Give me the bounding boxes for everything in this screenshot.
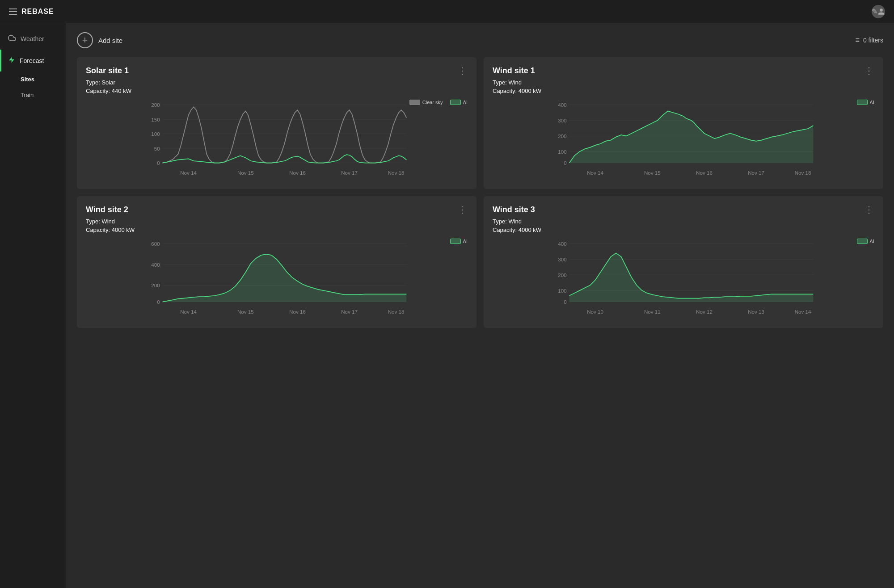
legend-swatch-ai-wind-2: [450, 239, 461, 244]
legend-swatch-ai: [450, 100, 461, 105]
svg-text:100: 100: [558, 149, 566, 155]
legend-swatch-clearsky: [409, 100, 420, 105]
sidebar-item-label-sites: Sites: [21, 76, 34, 83]
svg-text:400: 400: [558, 102, 566, 108]
chart-legend-wind-3: AI: [857, 239, 874, 244]
card-header-wind-2: Wind site 2 ⋮: [86, 205, 468, 214]
svg-text:Nov 14: Nov 14: [180, 170, 197, 176]
card-type-wind-2: Type: Wind: [86, 218, 468, 225]
card-menu-button-wind-1[interactable]: ⋮: [864, 66, 874, 75]
chart-wind-2: AI 600 400 200 0 Nov 14 Nov 15: [86, 239, 468, 319]
sidebar-item-weather[interactable]: Weather: [0, 28, 66, 50]
card-menu-button-wind-2[interactable]: ⋮: [458, 205, 468, 214]
svg-marker-0: [9, 57, 14, 63]
add-site-button[interactable]: + Add site: [77, 32, 122, 48]
sidebar-item-train[interactable]: Train: [0, 87, 66, 103]
svg-text:Nov 18: Nov 18: [388, 309, 405, 315]
filters-button[interactable]: ≡ 0 filters: [856, 36, 883, 44]
card-wind-site-3: Wind site 3 ⋮ Type: Wind Capacity: 4000 …: [484, 196, 883, 328]
svg-marker-31: [569, 111, 814, 163]
svg-text:0: 0: [157, 160, 160, 166]
svg-text:600: 600: [151, 241, 160, 247]
legend-ai-wind-1: AI: [857, 100, 874, 105]
svg-text:Nov 11: Nov 11: [644, 309, 661, 315]
card-title-wind-1: Wind site 1: [493, 66, 535, 76]
svg-text:300: 300: [558, 256, 566, 262]
card-capacity-wind-2: Capacity: 4000 kW: [86, 227, 468, 233]
sidebar-item-label-forecast: Forecast: [20, 57, 44, 64]
topbar: REBASE ✎: [0, 0, 894, 23]
app-logo: REBASE: [21, 8, 54, 16]
content-area: + Add site ≡ 0 filters Solar site 1 ⋮ Ty…: [66, 23, 894, 588]
hamburger-icon[interactable]: [9, 8, 17, 15]
legend-clear-sky: Clear sky: [409, 100, 443, 105]
legend-ai-wind-3: AI: [857, 239, 874, 244]
svg-text:100: 100: [558, 288, 566, 294]
chart-svg-wind-3: 400 300 200 100 0 Nov 10 Nov 11 Nov 12 N…: [493, 239, 874, 319]
card-type-wind-3: Type: Wind: [493, 218, 874, 225]
add-site-circle-icon: +: [77, 32, 93, 48]
svg-text:Nov 15: Nov 15: [237, 170, 254, 176]
card-wind-site-1: Wind site 1 ⋮ Type: Wind Capacity: 4000 …: [484, 57, 883, 189]
add-site-label: Add site: [98, 37, 122, 44]
card-header-wind-3: Wind site 3 ⋮: [493, 205, 874, 214]
svg-text:Nov 15: Nov 15: [237, 309, 254, 315]
chart-wind-3: AI 400 300 200 100 0 Nov 10: [493, 239, 874, 319]
filter-icon: ≡: [856, 36, 860, 44]
legend-ai: AI: [450, 100, 468, 105]
cloud-icon: [8, 34, 16, 43]
card-capacity-solar-1: Capacity: 440 kW: [86, 88, 468, 94]
chart-legend-solar-1: Clear sky AI: [409, 100, 468, 105]
topbar-left: REBASE: [9, 8, 54, 16]
card-title-wind-3: Wind site 3: [493, 205, 535, 214]
svg-text:150: 150: [151, 117, 160, 122]
chart-legend-wind-1: AI: [857, 100, 874, 105]
svg-text:200: 200: [558, 133, 566, 139]
sidebar-item-sites[interactable]: Sites: [0, 71, 66, 87]
card-solar-site-1: Solar site 1 ⋮ Type: Solar Capacity: 440…: [77, 57, 477, 189]
svg-text:0: 0: [564, 160, 566, 166]
main-layout: Weather Forecast Sites Train + Add site …: [0, 23, 894, 588]
svg-text:Nov 12: Nov 12: [696, 309, 713, 315]
sidebar: Weather Forecast Sites Train: [0, 23, 66, 588]
svg-text:Nov 17: Nov 17: [341, 309, 358, 315]
chart-solar-1: Clear sky AI: [86, 100, 468, 180]
legend-swatch-ai-wind-3: [857, 239, 868, 244]
card-capacity-wind-3: Capacity: 4000 kW: [493, 227, 874, 233]
svg-text:Nov 16: Nov 16: [696, 170, 713, 176]
card-menu-button-wind-3[interactable]: ⋮: [864, 205, 874, 214]
sidebar-item-forecast[interactable]: Forecast: [0, 50, 66, 71]
legend-swatch-ai-wind-1: [857, 100, 868, 105]
svg-text:50: 50: [154, 146, 160, 151]
card-header-solar-1: Solar site 1 ⋮: [86, 66, 468, 76]
svg-text:Nov 18: Nov 18: [795, 170, 811, 176]
svg-text:Nov 10: Nov 10: [587, 309, 603, 315]
svg-text:Nov 14: Nov 14: [180, 309, 197, 315]
svg-text:400: 400: [558, 241, 566, 247]
svg-text:200: 200: [151, 282, 160, 288]
svg-text:300: 300: [558, 118, 566, 123]
svg-text:Nov 14: Nov 14: [795, 309, 811, 315]
svg-text:400: 400: [151, 262, 160, 268]
card-header-wind-1: Wind site 1 ⋮: [493, 66, 874, 76]
card-title-wind-2: Wind site 2: [86, 205, 128, 214]
user-avatar[interactable]: ✎: [872, 5, 885, 18]
card-capacity-wind-1: Capacity: 4000 kW: [493, 88, 874, 94]
svg-text:200: 200: [558, 272, 566, 278]
svg-marker-45: [163, 254, 407, 302]
filters-label: 0 filters: [863, 37, 883, 44]
svg-text:Nov 15: Nov 15: [644, 170, 661, 176]
card-menu-button-solar-1[interactable]: ⋮: [458, 66, 468, 75]
card-type-solar-1: Type: Solar: [86, 79, 468, 86]
svg-text:Nov 17: Nov 17: [341, 170, 358, 176]
svg-text:Nov 16: Nov 16: [289, 309, 306, 315]
chart-svg-solar-1: 200 150 100 50 0 Nov 14 Nov 15 Nov 16 No…: [86, 100, 468, 180]
card-type-wind-1: Type: Wind: [493, 79, 874, 86]
card-title-solar-1: Solar site 1: [86, 66, 129, 76]
sidebar-item-label-train: Train: [21, 92, 34, 98]
svg-text:0: 0: [157, 299, 160, 305]
chart-wind-1: AI 400 300 200 100 0 Nov 14: [493, 100, 874, 180]
svg-text:Nov 17: Nov 17: [748, 170, 764, 176]
legend-ai-wind-2: AI: [450, 239, 468, 244]
card-wind-site-2: Wind site 2 ⋮ Type: Wind Capacity: 4000 …: [77, 196, 477, 328]
